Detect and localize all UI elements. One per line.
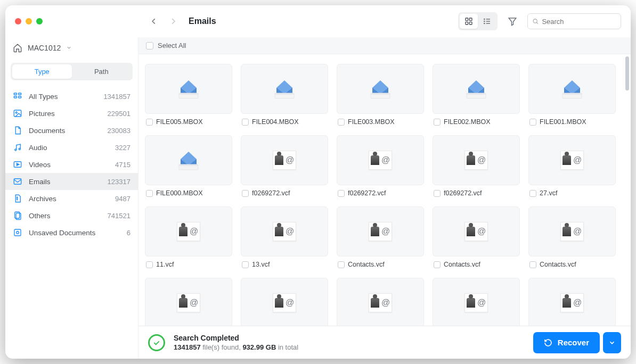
file-thumbnail [337, 64, 424, 114]
search-input[interactable] [542, 18, 616, 26]
svg-point-19 [15, 149, 17, 151]
sidebar-item-all-types[interactable]: All Types1341857 [5, 88, 138, 105]
file-name: FILE002.MBOX [444, 118, 491, 126]
category-icon [13, 126, 22, 135]
file-checkbox[interactable] [338, 119, 345, 126]
file-card[interactable]: @ [241, 278, 328, 326]
file-checkbox[interactable] [434, 119, 441, 126]
svg-line-12 [536, 22, 538, 24]
file-checkbox[interactable] [434, 190, 441, 197]
file-card[interactable]: FILE002.MBOX [433, 64, 520, 126]
sidebar-item-others[interactable]: Others741521 [5, 207, 138, 224]
sidebar-item-videos[interactable]: Videos4715 [5, 156, 138, 173]
file-checkbox[interactable] [146, 261, 153, 268]
file-thumbnail [433, 64, 520, 114]
file-card[interactable]: @ [337, 278, 424, 326]
file-checkbox[interactable] [242, 261, 249, 268]
file-card[interactable]: @ [528, 278, 616, 326]
file-name: Contacts.vcf [540, 261, 576, 268]
file-checkbox[interactable] [242, 119, 249, 126]
file-card[interactable]: FILE005.MBOX [145, 64, 232, 126]
file-checkbox[interactable] [529, 119, 536, 126]
select-all-checkbox[interactable] [146, 42, 153, 49]
status-detail: 1341857 file(s) found, 932.99 GB in tota… [174, 343, 298, 351]
sidebar-item-pictures[interactable]: Pictures229501 [5, 105, 138, 122]
file-checkbox[interactable] [338, 261, 345, 268]
svg-rect-35 [467, 93, 486, 95]
filter-button[interactable] [505, 14, 520, 29]
vcf-icon: @ [273, 293, 296, 312]
mbox-icon [176, 78, 201, 100]
file-checkbox[interactable] [146, 119, 153, 126]
category-icon [13, 92, 22, 101]
file-card[interactable]: @f0269272.vcf [241, 135, 328, 197]
file-name: f0269272.vcf [444, 189, 482, 197]
file-name: Contacts.vcf [348, 261, 385, 268]
file-thumbnail [145, 64, 232, 114]
svg-rect-0 [466, 18, 468, 21]
category-count: 229501 [108, 110, 131, 118]
file-card[interactable]: @Contacts.vcf [528, 206, 616, 268]
sidebar-item-audio[interactable]: Audio3227 [5, 139, 138, 156]
tab-path[interactable]: Path [72, 64, 132, 79]
file-card[interactable]: FILE004.MBOX [241, 64, 328, 126]
tab-type[interactable]: Type [12, 64, 72, 79]
file-card[interactable]: FILE001.MBOX [528, 64, 616, 126]
file-card[interactable]: @27.vcf [528, 135, 616, 197]
sidebar-item-documents[interactable]: Documents230083 [5, 122, 138, 139]
file-thumbnail: @ [337, 206, 424, 257]
search-box[interactable] [527, 13, 621, 29]
forward-button[interactable] [168, 16, 178, 26]
svg-rect-14 [19, 93, 21, 95]
file-card[interactable]: @ [145, 278, 232, 326]
svg-rect-26 [14, 229, 21, 236]
mbox-icon [176, 150, 201, 171]
file-card[interactable]: @ [433, 278, 520, 326]
location-selector[interactable]: MAC1012 [5, 37, 138, 59]
sidebar-item-unsaved-documents[interactable]: Unsaved Documents6 [5, 224, 138, 241]
category-icon [13, 177, 22, 186]
window-controls [5, 18, 138, 24]
file-checkbox[interactable] [434, 261, 441, 268]
file-card[interactable]: @Contacts.vcf [433, 206, 520, 268]
file-card[interactable]: FILE003.MBOX [337, 64, 424, 126]
home-icon [13, 43, 22, 53]
file-grid-scroll[interactable]: FILE005.MBOXFILE004.MBOXFILE003.MBOXFILE… [138, 54, 631, 326]
mbox-icon [464, 78, 488, 100]
vcf-icon: @ [464, 293, 488, 312]
file-card[interactable]: @13.vcf [241, 206, 328, 268]
vcf-icon: @ [369, 293, 392, 312]
grid-view-button[interactable] [460, 14, 478, 29]
category-count: 9487 [115, 195, 131, 203]
file-checkbox[interactable] [242, 190, 249, 197]
back-button[interactable] [149, 16, 159, 26]
close-window-button[interactable] [15, 18, 21, 24]
recover-button[interactable]: Recover [533, 332, 600, 353]
scrollbar-thumb[interactable] [625, 56, 629, 90]
file-checkbox[interactable] [529, 190, 536, 197]
status-text: Search Completed 1341857 file(s) found, … [174, 334, 298, 351]
file-card[interactable]: @11.vcf [145, 206, 232, 268]
file-card[interactable]: @Contacts.vcf [337, 206, 424, 268]
nav-arrows [149, 16, 178, 26]
file-name: 13.vcf [252, 261, 270, 268]
maximize-window-button[interactable] [36, 18, 43, 24]
minimize-window-button[interactable] [26, 18, 32, 24]
svg-point-6 [484, 21, 485, 21]
file-name: FILE005.MBOX [156, 118, 203, 126]
file-name: 27.vcf [540, 189, 557, 197]
recover-dropdown-button[interactable] [603, 332, 621, 353]
file-checkbox[interactable] [529, 261, 536, 268]
sidebar-item-emails[interactable]: Emails123317 [5, 173, 138, 190]
svg-rect-23 [14, 179, 21, 185]
location-name: MAC1012 [28, 44, 61, 52]
file-checkbox[interactable] [338, 190, 345, 197]
file-checkbox[interactable] [146, 190, 153, 197]
file-name: 11.vcf [156, 261, 174, 268]
file-card[interactable]: @f0269272.vcf [337, 135, 424, 197]
list-view-button[interactable] [478, 14, 496, 29]
file-card[interactable]: FILE000.MBOX [145, 135, 232, 197]
category-count: 3227 [115, 144, 131, 152]
sidebar-item-archives[interactable]: Archives9487 [5, 190, 138, 207]
file-card[interactable]: @f0269272.vcf [433, 135, 520, 197]
